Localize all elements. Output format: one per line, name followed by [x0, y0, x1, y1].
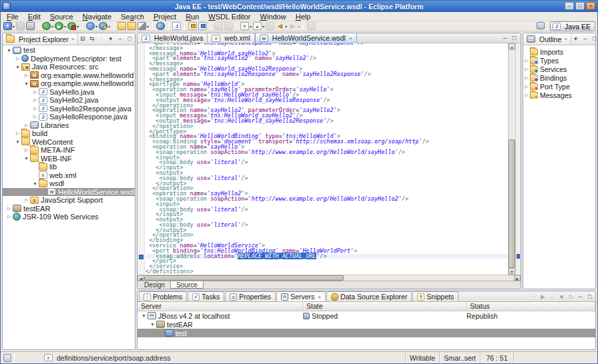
menu-item[interactable]: File — [2, 12, 23, 21]
expand-arrow-icon[interactable]: ▼ — [140, 313, 147, 318]
expand-arrow-icon[interactable]: ▼ — [149, 322, 156, 327]
editor-tab[interactable]: HelloWorld.java — [137, 33, 208, 43]
annotation-ruler[interactable] — [137, 43, 145, 275]
tree-item[interactable]: ▼ WEB-INF — [3, 155, 135, 163]
dropdown-arrow-icon[interactable]: ▾ — [108, 24, 110, 29]
tree-item[interactable]: ▷ SayHelloResponse.java — [3, 113, 135, 121]
minimize-view-button[interactable]: – — [581, 35, 589, 43]
collapse-all-button[interactable]: ⊟ — [78, 35, 87, 43]
menu-item[interactable]: Edit — [23, 12, 45, 21]
expand-arrow-icon[interactable]: ▷ — [23, 73, 30, 78]
toolbar-button[interactable] — [234, 21, 240, 31]
tree-item[interactable]: ▼ test — [3, 46, 135, 55]
toolbar-button[interactable]: ▾ — [288, 21, 300, 31]
tree-item[interactable]: ▷ META-INF — [3, 146, 135, 155]
toolbar-button[interactable] — [156, 21, 166, 31]
close-window-button[interactable]: × — [586, 2, 595, 10]
tree-item[interactable]: ▷ JSR-109 Web Services — [3, 213, 135, 221]
expand-arrow-icon[interactable]: ▼ — [14, 139, 21, 144]
toolbar-button[interactable]: ▾ — [137, 21, 150, 31]
tree-item[interactable]: ▷ SayHello2Response.java — [3, 105, 135, 113]
toolbar-button[interactable] — [208, 21, 214, 31]
dropdown-arrow-icon[interactable]: ▾ — [250, 24, 252, 29]
bottom-tab[interactable]: Properties — [225, 291, 276, 301]
expand-arrow-icon[interactable]: ▷ — [31, 106, 39, 111]
bottom-tab[interactable]: Tasks — [188, 291, 224, 301]
expand-arrow-icon[interactable]: ▷ — [523, 75, 530, 81]
vertical-scrollbar[interactable]: ▲ ▼ — [508, 43, 515, 275]
minimize-view-button[interactable]: – — [115, 35, 124, 43]
toolbar-button[interactable] — [224, 21, 234, 31]
expand-arrow-icon[interactable]: ▼ — [14, 65, 21, 69]
toolbar-button[interactable] — [150, 21, 156, 31]
menu-item[interactable]: Help — [291, 12, 316, 21]
bottom-tab[interactable]: Data Source Explorer — [326, 291, 412, 301]
horizontal-scroll-track[interactable] — [144, 275, 514, 281]
outline-item[interactable]: ▷ Messages — [523, 91, 595, 99]
column-header[interactable]: State — [303, 302, 467, 311]
toolbar-button[interactable] — [172, 21, 182, 31]
outline-item[interactable]: ▷ Types — [523, 56, 595, 65]
close-view-icon[interactable]: × — [71, 36, 75, 42]
server-row[interactable]: ▼ testEAR — [137, 320, 595, 329]
dropdown-arrow-icon[interactable]: ▾ — [147, 24, 149, 29]
toolbar-button[interactable]: ▾ — [275, 21, 288, 31]
expand-arrow-icon[interactable]: ▼ — [5, 48, 13, 53]
toolbar-button[interactable]: ▾ — [252, 21, 265, 31]
scroll-right-icon[interactable]: ▶ — [514, 275, 521, 281]
editor-tab[interactable]: web.xml — [208, 33, 255, 43]
server-row[interactable]: test — [137, 329, 595, 337]
toolbar-button[interactable] — [127, 21, 137, 31]
tab-source[interactable]: Source — [170, 281, 204, 289]
vertical-scroll-thumb[interactable] — [509, 139, 515, 268]
maximize-editor-button[interactable]: □ — [510, 34, 519, 43]
view-menu-button[interactable]: ▾ — [571, 35, 580, 43]
toolbar-button[interactable]: ▾ — [54, 21, 67, 31]
expand-arrow-icon[interactable]: ▷ — [14, 56, 21, 61]
maximize-view-button[interactable]: □ — [125, 35, 133, 43]
expand-arrow-icon[interactable]: ▷ — [23, 147, 30, 153]
tree-item[interactable]: HelloWorldService.wsdl — [3, 188, 135, 197]
view-menu-button[interactable]: ▾ — [106, 35, 115, 43]
editor-tab[interactable]: HelloWorldService.wsdl × — [255, 33, 357, 43]
expand-arrow-icon[interactable]: ▷ — [23, 123, 30, 128]
expand-arrow-icon[interactable]: ▷ — [31, 114, 39, 119]
insert-mode-status[interactable]: Smar..sert — [439, 352, 480, 363]
menu-item[interactable]: Window — [256, 12, 291, 21]
tree-item[interactable]: ▷ org.example.www.helloworld — [3, 71, 135, 80]
tree-item[interactable]: ▼ Java Resources: src — [3, 63, 135, 71]
toolbar-button[interactable] — [79, 21, 85, 31]
expand-arrow-icon[interactable]: ▼ — [23, 81, 30, 86]
minimize-view-button[interactable]: – — [576, 293, 585, 301]
wsdl-source-editor[interactable]: <part element='tns:sayHelloResponse' nam… — [137, 43, 521, 275]
tree-item[interactable]: ▷ SayHello.java — [3, 88, 135, 97]
outline-item[interactable]: ▷ Port Type — [523, 82, 595, 91]
toolbar-button[interactable]: ▾ — [67, 21, 79, 31]
outline-item[interactable]: Imports — [523, 47, 595, 56]
toolbar-button[interactable]: ▾ — [240, 21, 252, 31]
outline-item[interactable]: ▷ Bindings — [523, 73, 595, 82]
close-view-icon[interactable]: × — [318, 294, 321, 300]
server-row[interactable]: ▼ JBoss v4.2 at localhost Stopped Republ… — [137, 311, 595, 320]
dropdown-arrow-icon[interactable]: ▾ — [95, 24, 97, 29]
expand-arrow-icon[interactable]: ▷ — [31, 97, 39, 103]
maximize-window-button[interactable]: □ — [575, 2, 585, 10]
toolbar-button[interactable] — [182, 21, 188, 31]
tree-item[interactable]: ▷ JavaScript Support — [3, 196, 135, 205]
bottom-tab[interactable]: Servers × — [276, 291, 326, 301]
overview-ruler[interactable] — [515, 43, 521, 275]
toolbar-button[interactable] — [117, 21, 127, 31]
expand-arrow-icon[interactable]: ▼ — [31, 181, 39, 186]
menu-item[interactable]: Project — [149, 12, 181, 21]
horizontal-scrollbar[interactable]: ◀ ▶ — [137, 275, 521, 281]
toolbar-button[interactable] — [214, 21, 224, 31]
dropdown-arrow-icon[interactable]: ▾ — [64, 24, 66, 29]
toolbar-button[interactable] — [188, 21, 198, 31]
stop-server-button[interactable]: ■ — [557, 293, 566, 301]
tree-item[interactable]: ▷ SayHello2.java — [3, 96, 135, 105]
scroll-up-icon[interactable]: ▲ — [509, 43, 515, 50]
toolbar-button[interactable] — [198, 21, 208, 31]
minimize-window-button[interactable]: – — [565, 2, 574, 10]
tree-item[interactable]: web.xml — [3, 171, 135, 180]
link-with-editor-button[interactable]: ⇆ — [87, 35, 96, 43]
